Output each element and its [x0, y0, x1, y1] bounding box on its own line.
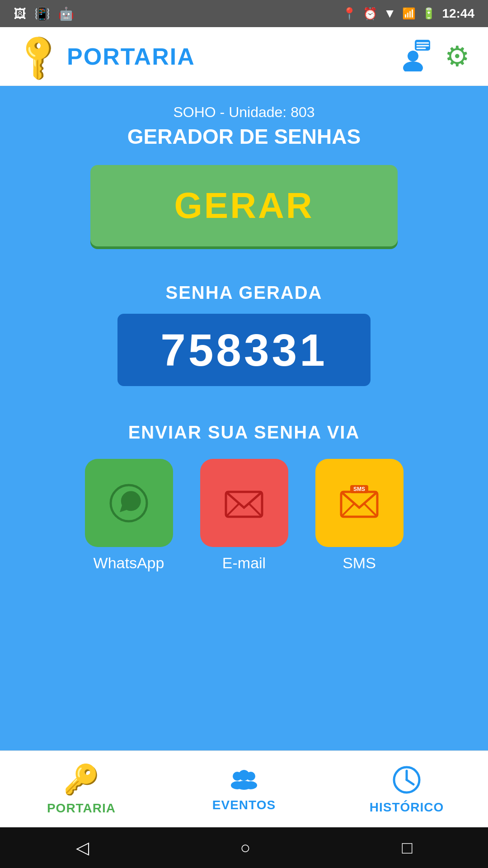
nav-historico-label: HISTÓRICO — [370, 800, 444, 815]
location-icon: 📍 — [342, 7, 357, 21]
sms-icon: SMS — [337, 481, 382, 526]
home-button[interactable]: ○ — [240, 838, 251, 858]
whatsapp-share-wrap[interactable]: WhatsApp — [85, 459, 173, 572]
nav-eventos-icon — [228, 766, 260, 793]
status-bar-left: 🖼 📳 🤖 — [14, 6, 74, 21]
senha-display-box: 758331 — [117, 314, 371, 386]
nav-portaria-label: PORTARIA — [47, 801, 116, 816]
android-icon: 🤖 — [58, 6, 74, 21]
whatsapp-button[interactable] — [85, 459, 173, 547]
app-title: PORTARIA — [67, 43, 195, 70]
senha-value: 758331 — [160, 324, 328, 376]
svg-line-8 — [226, 504, 239, 517]
svg-line-12 — [365, 504, 377, 517]
svg-line-9 — [249, 504, 262, 517]
clock: 12:44 — [442, 6, 474, 21]
sms-label: SMS — [343, 554, 376, 572]
app-header: 🔑 PORTARIA ⚙ — [0, 27, 488, 86]
android-nav-bar: ◁ ○ □ — [0, 827, 488, 868]
email-button[interactable] — [200, 459, 288, 547]
nav-eventos[interactable]: EVENTOS — [163, 766, 325, 812]
svg-text:SMS: SMS — [353, 486, 365, 492]
battery-icon: 🔋 — [422, 7, 436, 20]
svg-line-23 — [407, 780, 413, 784]
whatsapp-label: WhatsApp — [94, 554, 164, 572]
email-icon — [221, 481, 267, 526]
senha-gerada-label: SENHA GERADA — [166, 283, 323, 303]
user-chat-icon-wrap[interactable] — [400, 40, 432, 73]
sms-share-wrap[interactable]: SMS SMS — [315, 459, 404, 572]
svg-point-19 — [246, 772, 255, 781]
email-label: E-mail — [222, 554, 266, 572]
whatsapp-icon — [106, 481, 151, 526]
nav-portaria-icon: 🔑 — [63, 763, 99, 797]
recents-button[interactable]: □ — [402, 838, 413, 858]
nav-portaria[interactable]: 🔑 PORTARIA — [0, 763, 163, 816]
gerar-button[interactable]: GERAR — [90, 165, 398, 246]
section-title: GERADOR DE SENHAS — [127, 124, 361, 149]
svg-point-4 — [408, 51, 418, 61]
main-content: SOHO - Unidade: 803 GERADOR DE SENHAS GE… — [0, 86, 488, 750]
wifi-icon: ▼ — [384, 6, 396, 21]
status-bar: 🖼 📳 🤖 📍 ⏰ ▼ 📶 🔋 12:44 — [0, 0, 488, 27]
senha-section: SENHA GERADA 758331 — [27, 283, 461, 386]
user-icon — [400, 40, 432, 71]
svg-point-5 — [403, 61, 423, 71]
image-icon: 🖼 — [14, 6, 26, 21]
bottom-navigation: 🔑 PORTARIA EVENTOS HISTÓRICO — [0, 750, 488, 827]
alarm-icon: ⏰ — [363, 7, 377, 21]
share-buttons-group: WhatsApp E-mail — [85, 459, 404, 572]
nav-eventos-label: EVENTOS — [212, 798, 276, 812]
svg-point-20 — [244, 781, 257, 789]
settings-icon[interactable]: ⚙ — [445, 40, 470, 73]
nav-historico-icon — [391, 764, 422, 796]
header-actions: ⚙ — [400, 40, 470, 73]
status-bar-right: 📍 ⏰ ▼ 📶 🔋 12:44 — [342, 6, 474, 21]
svg-line-11 — [341, 504, 354, 517]
sms-button[interactable]: SMS — [315, 459, 404, 547]
key-icon: 🔑 — [10, 28, 66, 85]
enviar-label: ENVIAR SUA SENHA VIA — [128, 422, 360, 443]
header-brand: 🔑 PORTARIA — [18, 37, 195, 75]
nav-historico[interactable]: HISTÓRICO — [325, 764, 488, 815]
back-button[interactable]: ◁ — [76, 838, 89, 858]
voicemail-icon: 📳 — [34, 6, 50, 21]
signal-icon: 📶 — [402, 7, 416, 20]
enviar-section: ENVIAR SUA SENHA VIA WhatsApp — [27, 422, 461, 572]
email-share-wrap[interactable]: E-mail — [200, 459, 288, 572]
unit-subtitle: SOHO - Unidade: 803 — [173, 104, 314, 121]
